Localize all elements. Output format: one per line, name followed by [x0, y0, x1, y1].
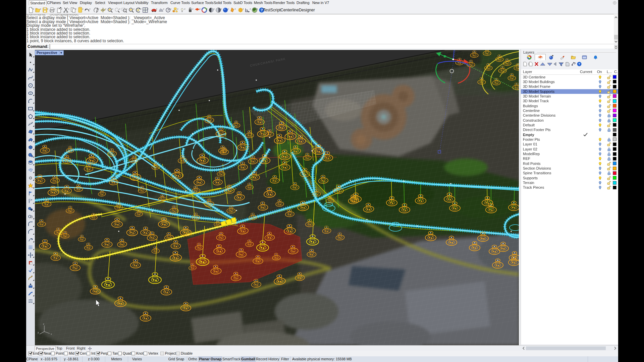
- svg-text:y: y: [38, 331, 39, 334]
- svg-text:CenterlineDesigner: CenterlineDesigner: [280, 8, 315, 12]
- svg-text:TestScript: TestScript: [263, 8, 281, 12]
- svg-text:?: ?: [578, 62, 580, 66]
- svg-text:x: x: [51, 333, 52, 336]
- svg-text:?: ?: [261, 8, 263, 12]
- svg-text:z: z: [43, 322, 44, 325]
